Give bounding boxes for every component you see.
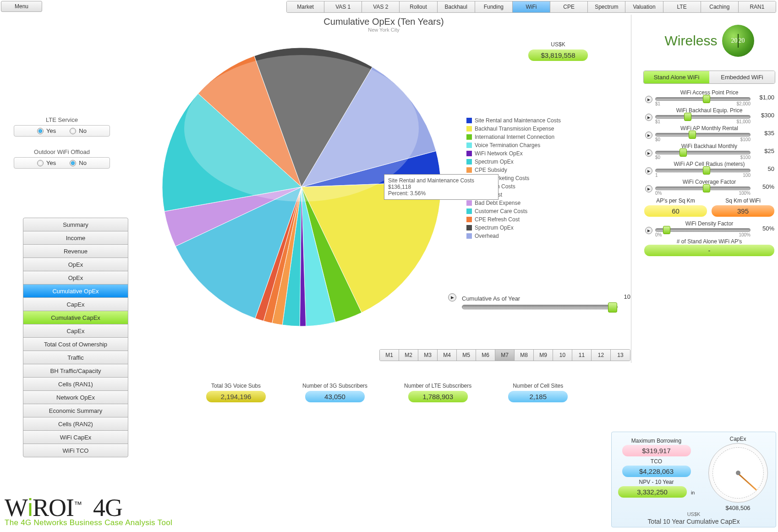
wifi-mode-tabs: Stand Alone WiFiEmbedded WiFi — [643, 71, 775, 84]
nav-bh-traffic-capacity[interactable]: BH Traffic/Capacity — [23, 364, 128, 378]
tab-lte[interactable]: LTE — [663, 1, 701, 12]
offload-no-radio[interactable]: No — [70, 159, 87, 166]
nav-income[interactable]: Income — [23, 231, 128, 245]
slider-thumb[interactable] — [703, 166, 710, 175]
wifi-offload-title: Outdoor WiFi Offload — [14, 148, 110, 155]
tab-backhaul[interactable]: Backhaul — [438, 1, 475, 12]
w2020-text: Wireless — [664, 33, 717, 49]
slider-thumb[interactable] — [679, 148, 687, 157]
nav-wifi-capex[interactable]: WiFi CapEx — [23, 430, 128, 444]
slider-track[interactable] — [655, 151, 751, 154]
month-m4[interactable]: M4 — [438, 350, 457, 361]
stat-label: Number of Cell Sites — [508, 383, 568, 389]
tab-valuation[interactable]: Valuation — [625, 1, 663, 12]
nav-opex[interactable]: OpEx — [23, 271, 128, 285]
slider-track[interactable] — [655, 115, 751, 119]
nav-cells-ran1-[interactable]: Cells (RAN1) — [23, 377, 128, 391]
month-m2[interactable]: M2 — [399, 350, 418, 361]
month-11[interactable]: 11 — [572, 350, 592, 361]
ap-cell-ap-s-per-sq-km: AP's per Sq Km60 — [644, 197, 707, 217]
menu-button[interactable]: Menu — [1, 1, 42, 12]
nav-network-opex[interactable]: Network OpEx — [23, 390, 128, 404]
slider-track[interactable] — [655, 186, 751, 190]
slider-thumb[interactable] — [684, 113, 691, 121]
stat-value: 1,788,903 — [408, 391, 468, 402]
nav-economic-summary[interactable]: Economic Summary — [23, 404, 128, 417]
play-icon[interactable]: ▶ — [645, 167, 652, 175]
tab-wifi[interactable]: WiFi — [513, 1, 550, 12]
month-m1[interactable]: M1 — [380, 350, 399, 361]
play-icon[interactable]: ▶ — [645, 132, 652, 139]
tab-funding[interactable]: Funding — [475, 1, 513, 12]
slider-track[interactable] — [655, 169, 751, 172]
slider-min: $0 — [655, 155, 660, 160]
nav-cumulative-opex[interactable]: Cumulative OpEx — [23, 284, 128, 298]
total-opex-badge: US$K $3,819,558 — [508, 41, 608, 61]
month-m8[interactable]: M8 — [515, 350, 534, 361]
wiroi-logo-text: WiROI™ 4G — [5, 493, 172, 522]
nav-capex[interactable]: CapEx — [23, 324, 128, 338]
density-track[interactable] — [655, 228, 751, 232]
lte-no-radio[interactable]: No — [70, 127, 87, 134]
nav-traffic[interactable]: Traffic — [23, 351, 128, 364]
legend-item: Overhead — [466, 232, 561, 240]
gauge-title: CapEx — [705, 436, 771, 442]
tab-vas-1[interactable]: VAS 1 — [324, 1, 362, 12]
play-icon[interactable]: ▶ — [645, 227, 652, 234]
play-icon[interactable]: ▶ — [645, 185, 652, 192]
tab-caching[interactable]: Caching — [701, 1, 739, 12]
nav-revenue[interactable]: Revenue — [23, 244, 128, 258]
in-label: in — [691, 490, 695, 495]
play-icon[interactable]: ▶ — [645, 96, 652, 103]
slider-track[interactable] — [655, 97, 751, 101]
nav-capex[interactable]: CapEx — [23, 297, 128, 311]
nav-opex[interactable]: OpEx — [23, 258, 128, 271]
nav-wifi-tco[interactable]: WiFi TCO — [23, 444, 128, 457]
month-10[interactable]: 10 — [553, 350, 572, 361]
usk-label: US$K — [508, 41, 608, 48]
tab-market[interactable]: Market — [287, 1, 324, 12]
cum-slider-thumb[interactable] — [608, 302, 617, 313]
lte-yes-radio[interactable]: Yes — [37, 127, 56, 134]
wifi-tab-stand-alone-wifi[interactable]: Stand Alone WiFi — [644, 71, 709, 83]
month-m9[interactable]: M9 — [534, 350, 553, 361]
slider-track[interactable] — [655, 133, 751, 137]
stat-total-3g-voice-subs: Total 3G Voice Subs2,194,196 — [206, 383, 266, 402]
slider-thumb[interactable] — [703, 95, 710, 103]
month-m5[interactable]: M5 — [457, 350, 476, 361]
nav-cumulative-capex[interactable]: Cumulative CapEx — [23, 311, 128, 324]
slider-thumb[interactable] — [689, 131, 696, 139]
legend-label: Spectrum OpEx — [475, 224, 514, 232]
month-13[interactable]: 13 — [611, 350, 630, 361]
tab-spectrum[interactable]: Spectrum — [588, 1, 625, 12]
lte-service-row: Yes No — [14, 125, 110, 137]
legend-swatch-icon — [466, 167, 472, 173]
slider-max: $100 — [740, 137, 751, 142]
legend-item: International Internet Connection — [466, 133, 561, 141]
tab-ran1[interactable]: RAN1 — [739, 1, 776, 12]
standalone-ap-value: - — [644, 245, 774, 256]
wifi-tab-embedded-wifi[interactable]: Embedded WiFi — [709, 71, 775, 83]
slider-thumb[interactable] — [703, 184, 710, 192]
slider-value: 50% — [762, 183, 774, 190]
slider-max: 100% — [739, 191, 751, 196]
cum-slider-track[interactable] — [462, 305, 618, 309]
nav-cells-ran2-[interactable]: Cells (RAN2) — [23, 417, 128, 431]
month-m7[interactable]: M7 — [495, 350, 515, 361]
usk-value: $3,819,558 — [528, 49, 588, 61]
offload-yes-radio[interactable]: Yes — [37, 159, 56, 166]
nav-summary[interactable]: Summary — [23, 218, 128, 231]
nav-total-cost-of-ownership[interactable]: Total Cost of Ownership — [23, 337, 128, 351]
play-icon[interactable]: ▶ — [645, 114, 652, 121]
main-tab-bar: MarketVAS 1VAS 2RolloutBackhaulFundingWi… — [286, 1, 776, 13]
density-thumb[interactable] — [663, 226, 670, 234]
month-12[interactable]: 12 — [592, 350, 611, 361]
month-m6[interactable]: M6 — [476, 350, 495, 361]
month-m3[interactable]: M3 — [418, 350, 438, 361]
play-icon[interactable]: ▶ — [448, 293, 456, 302]
tab-vas-2[interactable]: VAS 2 — [362, 1, 400, 12]
tab-rollout[interactable]: Rollout — [400, 1, 437, 12]
capex-gauge: CapEx $408,506 — [705, 436, 771, 511]
tab-cpe[interactable]: CPE — [550, 1, 588, 12]
play-icon[interactable]: ▶ — [645, 149, 652, 157]
